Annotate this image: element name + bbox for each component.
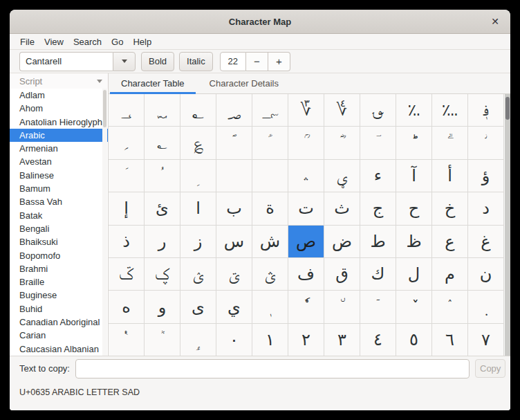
script-item-bassa-vah[interactable]: Bassa Vah bbox=[10, 195, 108, 208]
character-cell[interactable]: ؍ bbox=[109, 127, 145, 159]
character-cell[interactable]: ؃ bbox=[216, 94, 252, 127]
character-cell[interactable]: ي bbox=[216, 291, 252, 323]
character-cell[interactable]: ؐ bbox=[216, 127, 252, 159]
script-item-canadian-aboriginal[interactable]: Canadian Aboriginal bbox=[10, 316, 108, 329]
character-cell[interactable]: أ bbox=[432, 160, 468, 192]
character-cell[interactable]: ؾ bbox=[216, 258, 252, 291]
character-cell[interactable]: غ bbox=[468, 226, 504, 258]
character-cell[interactable]: ش bbox=[252, 226, 288, 258]
menu-item-search[interactable]: Search bbox=[68, 35, 106, 49]
character-cell[interactable]: ؋ bbox=[468, 94, 504, 127]
increase-font-size-button[interactable]: + bbox=[268, 52, 290, 71]
tab-character-details[interactable]: Character Details bbox=[197, 73, 291, 93]
copy-button[interactable]: Copy bbox=[475, 359, 505, 378]
character-cell[interactable]: ؞ bbox=[288, 160, 324, 192]
script-item-batak[interactable]: Batak bbox=[10, 209, 108, 222]
font-dropdown-button[interactable] bbox=[113, 52, 136, 71]
sidebar-scrollbar-thumb[interactable] bbox=[103, 90, 106, 127]
character-cell[interactable]: د bbox=[468, 192, 504, 225]
character-cell[interactable]: ؇ bbox=[324, 94, 360, 127]
sidebar-scrollbar[interactable] bbox=[102, 89, 107, 356]
table-scrollbar[interactable] bbox=[505, 94, 510, 356]
script-item-bopomofo[interactable]: Bopomofo bbox=[10, 249, 108, 262]
character-cell[interactable]: ٢ bbox=[288, 324, 324, 356]
script-item-bengali[interactable]: Bengali bbox=[10, 222, 108, 235]
character-cell[interactable]: إ bbox=[109, 192, 145, 225]
character-cell[interactable]: ظ bbox=[396, 226, 432, 258]
tab-character-table[interactable]: Character Table bbox=[109, 73, 197, 93]
character-cell[interactable]: ا bbox=[180, 192, 216, 225]
character-cell[interactable]: ز bbox=[180, 226, 216, 258]
table-scrollbar-thumb[interactable] bbox=[505, 97, 510, 120]
character-cell[interactable]: ؂ bbox=[180, 94, 216, 127]
character-cell[interactable]: ٠ bbox=[216, 324, 252, 356]
character-cell[interactable]: ف bbox=[288, 258, 324, 291]
script-item-ahom[interactable]: Ahom bbox=[10, 102, 108, 115]
character-cell[interactable]: و bbox=[145, 291, 180, 323]
script-item-buhid[interactable]: Buhid bbox=[10, 302, 108, 316]
character-cell[interactable]: ٤ bbox=[360, 324, 396, 356]
character-cell[interactable]: ٥ bbox=[396, 324, 432, 356]
character-cell[interactable]: ج bbox=[360, 192, 396, 225]
bold-button[interactable]: Bold bbox=[141, 52, 174, 71]
character-cell-selected[interactable]: ص bbox=[288, 226, 324, 258]
script-item-arabic[interactable]: Arabic bbox=[10, 129, 108, 142]
character-cell[interactable]: ة bbox=[252, 192, 288, 225]
menu-item-help[interactable]: Help bbox=[128, 35, 156, 49]
character-cell[interactable]: ٚ bbox=[396, 291, 432, 323]
character-cell[interactable]: ٘ bbox=[324, 291, 360, 323]
script-item-braille[interactable]: Braille bbox=[10, 275, 108, 289]
menu-item-view[interactable]: View bbox=[39, 35, 68, 49]
character-cell[interactable]: ؆ bbox=[288, 94, 324, 127]
close-icon[interactable]: ✕ bbox=[487, 10, 503, 33]
titlebar[interactable]: Character Map ✕ bbox=[10, 10, 510, 34]
character-cell[interactable]: ع bbox=[432, 226, 468, 258]
character-cell[interactable]: ٦ bbox=[432, 324, 468, 356]
character-cell[interactable]: ئ bbox=[145, 192, 180, 225]
character-cell[interactable]: ؈ bbox=[360, 94, 396, 127]
character-cell[interactable]: ؽ bbox=[180, 258, 216, 291]
script-item-balinese[interactable]: Balinese bbox=[10, 169, 108, 182]
script-item-caucasian-albanian[interactable]: Caucasian Albanian bbox=[10, 343, 108, 356]
character-cell[interactable] bbox=[252, 160, 288, 192]
character-cell[interactable]: ؔ bbox=[360, 127, 396, 159]
script-combobox[interactable]: Script bbox=[10, 73, 108, 89]
menu-item-file[interactable]: File bbox=[15, 35, 39, 49]
character-cell[interactable]: ء bbox=[360, 160, 396, 192]
character-cell[interactable]: خ bbox=[432, 192, 468, 225]
menu-item-go[interactable]: Go bbox=[106, 35, 128, 49]
character-cell[interactable]: س bbox=[216, 226, 252, 258]
character-cell[interactable]: ق bbox=[324, 258, 360, 291]
character-cell[interactable]: ؓ bbox=[324, 127, 360, 159]
character-cell[interactable]: ؀ bbox=[109, 94, 145, 127]
character-cell[interactable]: ض bbox=[324, 226, 360, 258]
character-cell[interactable]: ١ bbox=[252, 324, 288, 356]
character-cell[interactable]: ػ bbox=[109, 258, 145, 291]
character-cell[interactable]: ؄ bbox=[252, 94, 288, 127]
script-item-bhaiksuki[interactable]: Bhaiksuki bbox=[10, 235, 108, 248]
character-cell[interactable]: ٞ bbox=[145, 324, 180, 356]
character-cell[interactable]: ؗ bbox=[468, 127, 504, 159]
script-item-buginese[interactable]: Buginese bbox=[10, 289, 108, 302]
character-cell[interactable]: ى bbox=[180, 291, 216, 323]
script-item-avestan[interactable]: Avestan bbox=[10, 155, 108, 168]
character-cell[interactable]: ٖ bbox=[252, 291, 288, 323]
italic-button[interactable]: Italic bbox=[179, 52, 213, 71]
script-item-anatolian-hieroglyphs[interactable]: Anatolian Hieroglyphs bbox=[10, 116, 108, 129]
character-cell[interactable]: آ bbox=[396, 160, 432, 192]
character-cell[interactable]: ه bbox=[109, 291, 145, 323]
character-cell[interactable] bbox=[216, 160, 252, 192]
character-cell[interactable]: ٗ bbox=[288, 291, 324, 323]
character-cell[interactable]: ؿ bbox=[252, 258, 288, 291]
character-cell[interactable]: ؒ bbox=[288, 127, 324, 159]
character-cell[interactable]: ؘ bbox=[109, 160, 145, 192]
script-item-brahmi[interactable]: Brahmi bbox=[10, 262, 108, 275]
character-cell[interactable]: ٙ bbox=[360, 291, 396, 323]
character-cell[interactable]: ن bbox=[468, 258, 504, 291]
character-cell[interactable]: ؉ bbox=[396, 94, 432, 127]
character-cell[interactable]: ٛ bbox=[432, 291, 468, 323]
character-cell[interactable]: ٟ bbox=[180, 324, 216, 356]
character-cell[interactable]: ث bbox=[324, 192, 360, 225]
character-cell[interactable]: ر bbox=[145, 226, 180, 258]
character-cell[interactable]: م bbox=[432, 258, 468, 291]
